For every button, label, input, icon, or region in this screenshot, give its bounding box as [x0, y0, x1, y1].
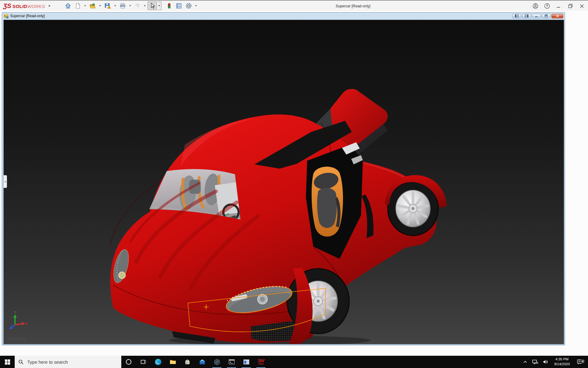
cortana-button[interactable]: [121, 356, 136, 368]
start-icon: [5, 359, 10, 365]
taskbar-solidworks[interactable]: SW 2020: [254, 356, 268, 368]
select-tool-button[interactable]: [148, 2, 157, 10]
open-folder-icon: [89, 2, 96, 9]
home-icon: [65, 2, 71, 9]
doc-close-button[interactable]: [552, 14, 563, 18]
help-button[interactable]: ?: [543, 2, 551, 10]
minimize-button[interactable]: [554, 2, 563, 10]
taskbar-mail[interactable]: [195, 356, 209, 368]
solidworks-logo: ƷS SOLID WORKS: [0, 2, 47, 10]
pane-toggle-right-icon: [525, 14, 529, 17]
volume-icon: [542, 358, 549, 365]
start-button[interactable]: [0, 356, 15, 368]
search-icon: [18, 359, 24, 365]
system-tray: 4:35 PM 9/14/2020 4: [521, 356, 588, 368]
tray-chevron-button[interactable]: [521, 359, 530, 365]
taskbar-terminal[interactable]: [224, 356, 239, 368]
help-icon: ?: [544, 3, 550, 9]
taskbar-store[interactable]: [180, 356, 195, 368]
triad-y-label: Y: [14, 311, 17, 314]
action-center-button[interactable]: 4: [573, 358, 586, 365]
ds-logo-glyph: ƷS: [3, 2, 11, 10]
solidworks-icon: SW 2020: [258, 358, 264, 365]
view-orientation-label: *Dimetric: [7, 336, 27, 341]
tray-clock[interactable]: 4:35 PM 9/14/2020: [551, 357, 573, 366]
panel-expand-tab[interactable]: [4, 175, 7, 188]
tray-time: 4:35 PM: [551, 357, 573, 362]
task-view-icon: [140, 358, 147, 365]
app-window-title: Supercar [Read-only]: [336, 1, 370, 11]
print-button[interactable]: [118, 2, 127, 10]
tab-grip-icon: [5, 181, 6, 182]
edge-icon: [154, 358, 162, 366]
save-icon: [104, 2, 111, 9]
terminal-icon: [228, 358, 236, 366]
close-icon: [579, 4, 584, 9]
save-dropdown[interactable]: [113, 2, 117, 10]
restore-icon: [568, 3, 573, 9]
tray-network-button[interactable]: [530, 358, 540, 365]
doc-restore-button[interactable]: [542, 14, 551, 18]
taskbar-file-explorer[interactable]: [165, 356, 180, 368]
design-table-icon: [175, 2, 182, 9]
taskbar-window-app[interactable]: [239, 356, 254, 368]
account-icon: [533, 3, 538, 9]
brand-solid: SOLID: [13, 4, 27, 9]
assembly-cube-icon: [4, 13, 9, 18]
print-dropdown[interactable]: [128, 2, 132, 10]
mdi-area: Supercar [Read-only]: [0, 11, 588, 356]
cortana-icon: [125, 358, 132, 365]
save-button[interactable]: [103, 2, 112, 10]
document-titlebar[interactable]: Supercar [Read-only]: [2, 13, 565, 19]
selection-stoplight-icon: [166, 2, 172, 9]
quick-access-toolbar: [63, 2, 198, 10]
pane-toggle-left-button[interactable]: [512, 14, 521, 18]
search-input[interactable]: [27, 359, 106, 365]
chevron-up-icon: [522, 359, 528, 365]
print-icon: [119, 2, 126, 9]
restore-button[interactable]: [566, 2, 575, 10]
options-dropdown[interactable]: [194, 2, 198, 10]
app-titlebar: ƷS SOLID WORKS ▸: [0, 0, 588, 11]
design-table-button[interactable]: [174, 2, 183, 10]
triad-x-label: X: [26, 322, 28, 325]
menu-flyout-arrow-icon[interactable]: ▸: [49, 4, 51, 8]
svg-text:?: ?: [546, 4, 548, 8]
undo-button[interactable]: [133, 2, 142, 10]
tray-volume-button[interactable]: [540, 358, 551, 365]
taskbar-hexagon-app[interactable]: [209, 356, 224, 368]
windows-taskbar: SW 2020 4:35 PM 9/14/2020: [0, 356, 588, 368]
minimize-icon: [534, 14, 538, 17]
select-tool-dropdown[interactable]: [157, 2, 161, 10]
open-dropdown[interactable]: [98, 2, 102, 10]
selection-stoplight-button[interactable]: [164, 2, 174, 10]
pane-toggle-left-icon: [515, 14, 519, 17]
mail-icon: [198, 358, 206, 366]
minimize-icon: [556, 4, 561, 9]
store-icon: [184, 358, 191, 366]
options-button[interactable]: [184, 2, 193, 10]
network-icon: [532, 358, 538, 365]
account-button[interactable]: [531, 2, 540, 10]
new-document-icon: [74, 2, 81, 9]
new-document-dropdown[interactable]: [83, 2, 87, 10]
open-button[interactable]: [88, 2, 97, 10]
brand-works: WORKS: [27, 4, 45, 9]
doc-minimize-button[interactable]: [532, 14, 541, 18]
graphics-viewport[interactable]: Y X *Dimetric: [3, 20, 564, 344]
close-button[interactable]: [578, 2, 586, 10]
undo-icon: [134, 2, 141, 9]
hexagon-app-icon: [213, 358, 221, 366]
pane-toggle-right-button[interactable]: [522, 14, 531, 18]
new-document-button[interactable]: [73, 2, 82, 10]
file-explorer-icon: [169, 358, 177, 366]
notification-count-badge: 4: [580, 359, 585, 364]
taskbar-edge[interactable]: [151, 356, 165, 368]
document-window-controls: [512, 14, 563, 18]
close-icon: [556, 14, 560, 17]
undo-dropdown[interactable]: [143, 2, 147, 10]
taskbar-search[interactable]: [15, 356, 121, 368]
home-button[interactable]: [63, 2, 73, 10]
task-view-button[interactable]: [136, 356, 151, 368]
document-title: Supercar [Read-only]: [10, 14, 45, 18]
